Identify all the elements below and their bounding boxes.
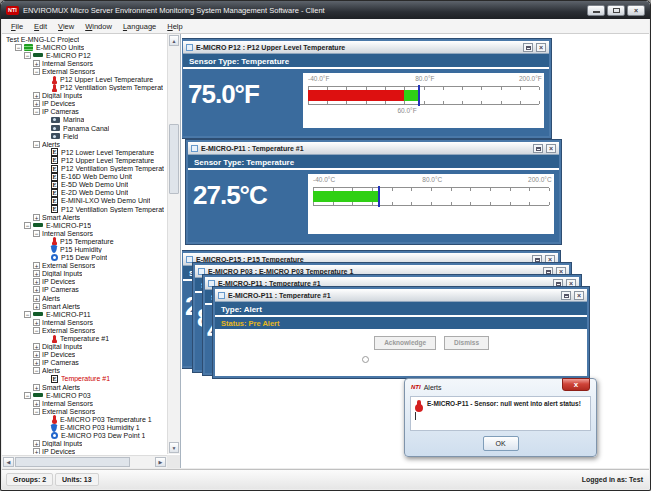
tree-item[interactable]: P15 Dew Point <box>3 254 166 262</box>
dismiss-button[interactable]: Dismiss <box>444 336 489 350</box>
close-window-button[interactable]: × <box>536 43 546 52</box>
tree-item[interactable]: +IP Devices <box>3 278 166 286</box>
restore-button[interactable] <box>561 291 571 300</box>
expand-icon[interactable]: + <box>33 214 40 221</box>
expand-icon[interactable]: + <box>33 278 40 285</box>
close-window-button[interactable]: × <box>546 144 556 153</box>
tree-item[interactable]: +Smart Alerts <box>3 213 166 221</box>
tree-item[interactable]: EP12 Upper Level Temperature <box>3 156 166 164</box>
expand-icon[interactable]: + <box>33 359 40 366</box>
horizontal-scroll-thumb[interactable] <box>15 457 130 467</box>
scroll-down-icon[interactable]: ▼ <box>169 442 179 453</box>
expand-icon[interactable]: + <box>33 60 40 67</box>
tree-item[interactable]: Field <box>3 132 166 140</box>
child-title-bar[interactable]: E-MICRO P12 : P12 Upper Level Temperatur… <box>183 41 549 54</box>
tree-item[interactable]: +IP Cameras <box>3 359 166 367</box>
menu-item-language[interactable]: Language <box>118 21 161 32</box>
tree-item[interactable]: EE-2D Web Demo Unit <box>3 189 166 197</box>
tree-item[interactable]: Marina <box>3 116 166 124</box>
tree-item[interactable]: EP12 Ventilation System Temperat <box>3 165 166 173</box>
expand-icon[interactable]: + <box>33 448 40 454</box>
tree-item[interactable]: +Internal Sensors <box>3 59 166 67</box>
expand-icon[interactable]: + <box>33 92 40 99</box>
tree-item[interactable]: +IP Devices <box>3 351 166 359</box>
tree-item[interactable]: P12 Upper Level Temperature <box>3 75 166 83</box>
tree-item[interactable]: P15 Temperature <box>3 237 166 245</box>
tree-item[interactable]: +Digital Inputs <box>3 343 166 351</box>
tree-item[interactable]: +Internal Sensors <box>3 318 166 326</box>
expand-icon[interactable]: + <box>33 440 40 447</box>
tree-item[interactable]: EE-5D Web Demo Unit <box>3 181 166 189</box>
tree-item[interactable]: +Smart Alerts <box>3 302 166 310</box>
tree-vertical-scrollbar[interactable]: ▲ ▼ <box>167 34 180 454</box>
tree-item[interactable]: P15 Humidity <box>3 245 166 253</box>
tree-item[interactable]: +External Sensors <box>3 262 166 270</box>
collapse-icon[interactable]: − <box>24 222 31 229</box>
collapse-icon[interactable]: − <box>33 367 40 374</box>
collapse-icon[interactable]: − <box>15 44 22 51</box>
expand-icon[interactable]: + <box>33 295 40 302</box>
tree-item[interactable]: −Internal Sensors <box>3 229 166 237</box>
tree-item[interactable]: −Alerts <box>3 140 166 148</box>
expand-icon[interactable]: + <box>33 400 40 407</box>
menu-item-file[interactable]: File <box>6 21 28 32</box>
tree-item[interactable]: +Digital Inputs <box>3 270 166 278</box>
tree-item[interactable]: −E-MICRO P03 <box>3 391 166 399</box>
tree-item[interactable]: −E-MICRO Units <box>3 43 166 51</box>
tree-item[interactable]: EE-MINI-LXO Web Demo Unit <box>3 197 166 205</box>
expand-icon[interactable]: + <box>33 351 40 358</box>
tree-item[interactable]: −Alerts <box>3 367 166 375</box>
menu-item-view[interactable]: View <box>53 21 79 32</box>
expand-icon[interactable]: + <box>33 262 40 269</box>
expand-icon[interactable]: + <box>33 270 40 277</box>
scroll-right-icon[interactable]: ▶ <box>155 457 166 467</box>
menu-item-edit[interactable]: Edit <box>29 21 52 32</box>
tree-item[interactable]: E-MICRO P03 Humidity 1 <box>3 424 166 432</box>
expand-icon[interactable]: + <box>33 286 40 293</box>
restore-button[interactable] <box>523 43 533 52</box>
tree-item[interactable]: −External Sensors <box>3 407 166 415</box>
tree-item[interactable]: EP12 Lower Level Temperature <box>3 148 166 156</box>
tree-item[interactable]: −E-MICRO-P11 <box>3 310 166 318</box>
ok-button[interactable]: OK <box>483 436 519 451</box>
expand-icon[interactable]: + <box>33 384 40 391</box>
tree-item[interactable]: +Digital Inputs <box>3 440 166 448</box>
collapse-icon[interactable]: − <box>24 392 31 399</box>
collapse-icon[interactable]: − <box>24 311 31 318</box>
tree-item[interactable]: −IP Cameras <box>3 108 166 116</box>
child-title-bar[interactable]: E-MICRO-P11 : Temperature #1 × <box>188 142 559 155</box>
tree-item[interactable]: −E-MICRO P12 <box>3 51 166 59</box>
tree-item[interactable]: +Alerts <box>3 294 166 302</box>
scroll-up-icon[interactable]: ▲ <box>169 35 179 46</box>
maximize-button[interactable] <box>607 5 625 16</box>
scroll-left-icon[interactable]: ◀ <box>3 457 14 467</box>
collapse-icon[interactable]: − <box>33 230 40 237</box>
title-bar[interactable]: NTI ENVIROMUX Micro Server Environment M… <box>1 1 650 19</box>
tree-item[interactable]: EP12 Ventilation System Temperat <box>3 205 166 213</box>
collapse-icon[interactable]: − <box>33 327 40 334</box>
expand-icon[interactable]: + <box>33 100 40 107</box>
expand-icon[interactable]: + <box>33 319 40 326</box>
menu-item-window[interactable]: Window <box>80 21 117 32</box>
close-window-button[interactable]: × <box>574 291 584 300</box>
tree-item[interactable]: +Digital Inputs <box>3 92 166 100</box>
tree-item[interactable]: −E-MICRO-P15 <box>3 221 166 229</box>
collapse-icon[interactable]: − <box>33 141 40 148</box>
restore-button[interactable] <box>533 144 543 153</box>
tree-item[interactable]: E-MICRO P03 Dew Point 1 <box>3 432 166 440</box>
tree-item[interactable]: Panama Canal <box>3 124 166 132</box>
dialog-close-button[interactable]: x <box>562 378 590 391</box>
menu-item-help[interactable]: Help <box>162 21 187 32</box>
tree-horizontal-scrollbar[interactable]: ◀ ▶ <box>2 455 167 468</box>
tree-item[interactable]: −External Sensors <box>3 326 166 334</box>
expand-icon[interactable]: + <box>33 343 40 350</box>
tree-item[interactable]: Test E-MNG-LC Project <box>3 35 166 43</box>
expand-icon[interactable]: + <box>33 303 40 310</box>
tree-item[interactable]: P12 Ventilation System Temperat <box>3 84 166 92</box>
collapse-icon[interactable]: − <box>24 52 31 59</box>
collapse-icon[interactable]: − <box>33 68 40 75</box>
close-button[interactable]: × <box>627 5 645 16</box>
tree-item[interactable]: E-MICRO P03 Temperature 1 <box>3 415 166 423</box>
tree-item[interactable]: +IP Cameras <box>3 286 166 294</box>
acknowledge-button[interactable]: Acknowledge <box>374 336 436 350</box>
